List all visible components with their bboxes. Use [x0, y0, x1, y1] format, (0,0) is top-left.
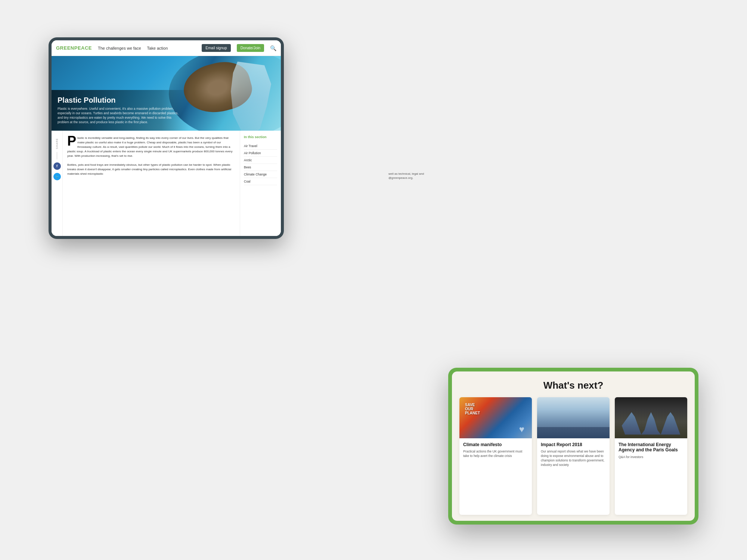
nav-challenges[interactable]: The challenges we face [98, 46, 141, 50]
card-1-image [459, 397, 532, 438]
section-nav-bees[interactable]: Bees [244, 164, 277, 171]
card-2-image [537, 397, 610, 438]
card-3-title: The International Energy Agency and the … [619, 442, 684, 453]
article-body: P lastic is incredibly versatile and lon… [63, 131, 240, 236]
card-3-body: The International Energy Agency and the … [615, 438, 687, 515]
section-nav-air-pollution[interactable]: Air Pollution [244, 150, 277, 157]
overlay-text-1: well as technical, legal and [388, 172, 424, 175]
section-nav-climate-change[interactable]: Climate Change [244, 171, 277, 178]
share-sidebar: SHARE f 🐦 [52, 131, 63, 236]
search-icon[interactable]: 🔍 [270, 45, 276, 51]
facebook-share-button[interactable]: f [53, 162, 61, 170]
greenpeace-logo[interactable]: GREENPEACE [56, 45, 92, 51]
section-nav-coal[interactable]: Coal [244, 178, 277, 185]
hero-overlay: Plastic Pollution Plastic is everywhere.… [52, 90, 189, 131]
share-label: SHARE [56, 138, 58, 149]
nav-take-action[interactable]: Take action [147, 46, 168, 50]
card-3-description: Q&A for investors [619, 455, 684, 460]
tablet-back: GREENPEACE The challenges we face Take a… [49, 37, 284, 239]
cards-row: Climate manifesto Practical actions the … [452, 397, 695, 521]
card-energy-agency[interactable]: The International Energy Agency and the … [615, 397, 687, 515]
section-nav: In this section Air Travel Air Pollution… [240, 131, 281, 236]
card-2-description: Our annual report shows what we have bee… [541, 449, 606, 467]
partial-text-overlay: well as technical, legal and @greenpeace… [388, 172, 463, 180]
article-paragraph-2: Bottles, pots and food trays are immedia… [67, 163, 231, 175]
twitter-share-button[interactable]: 🐦 [53, 173, 61, 180]
drop-cap: P [67, 136, 76, 147]
card-2-body: Impact Report 2018 Our annual report sho… [537, 438, 610, 515]
card-impact-report[interactable]: Impact Report 2018 Our annual report sho… [537, 397, 610, 515]
card-3-image [615, 397, 687, 438]
article-paragraph-1: lastic is incredibly versatile and long-… [67, 136, 232, 158]
card-climate-manifesto[interactable]: Climate manifesto Practical actions the … [459, 397, 532, 515]
card-1-title: Climate manifesto [463, 442, 528, 447]
tablet-front: What's next? Climate manifesto Practical… [448, 368, 698, 525]
donate-button[interactable]: Donate/Join [237, 44, 264, 52]
email-signup-button[interactable]: Email signup [202, 44, 230, 52]
card-2-title: Impact Report 2018 [541, 442, 606, 447]
section-nav-air-travel[interactable]: Air Travel [244, 143, 277, 150]
section-nav-title: In this section [244, 135, 277, 139]
card-1-body: Climate manifesto Practical actions the … [459, 438, 532, 515]
section-nav-arctic[interactable]: Arctic [244, 157, 277, 164]
share-divider [57, 152, 57, 159]
whats-next-header: What's next? [452, 371, 695, 397]
tablet-back-inner: GREENPEACE The challenges we face Take a… [52, 40, 281, 236]
hero-title: Plastic Pollution [58, 96, 183, 105]
nav-bar: GREENPEACE The challenges we face Take a… [52, 40, 281, 56]
whats-next-title: What's next? [452, 380, 695, 391]
tablet-front-inner: What's next? Climate manifesto Practical… [452, 371, 695, 521]
hero-description: Plastic is everywhere. Useful and conven… [58, 107, 183, 125]
overlay-text-2: @greenpeace.org. [388, 176, 413, 180]
content-area: SHARE f 🐦 P lastic is incredibly versati… [52, 131, 281, 236]
hero-section: Plastic Pollution Plastic is everywhere.… [52, 56, 281, 131]
card-1-description: Practical actions the UK government must… [463, 449, 528, 458]
